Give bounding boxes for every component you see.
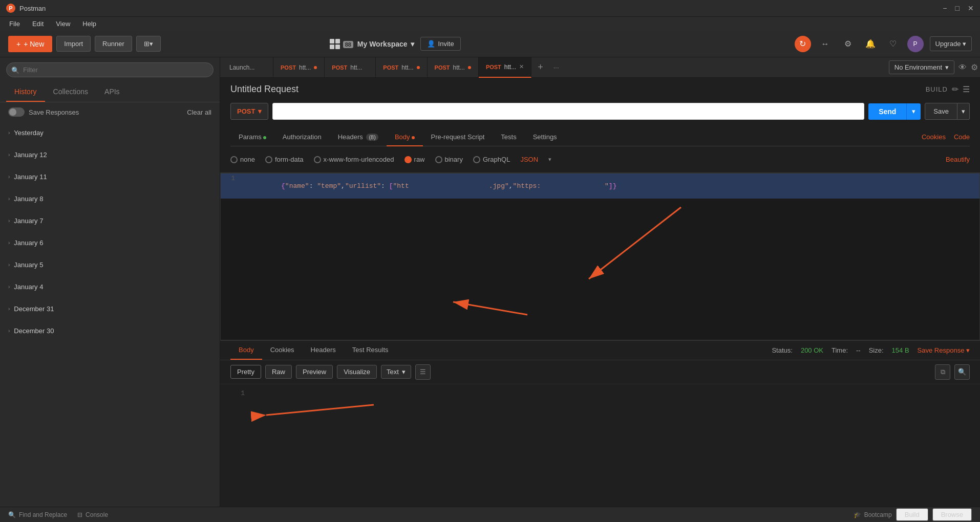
layout-button[interactable]: ⊞▾ (136, 36, 161, 52)
clear-all-button[interactable]: Clear all (187, 108, 211, 116)
search-input[interactable] (6, 62, 214, 77)
workspace-selector[interactable]: 88 My Workspace ▾ (330, 39, 414, 49)
chevron-right-icon: › (8, 130, 10, 136)
menu-view[interactable]: View (51, 19, 75, 29)
send-dropdown-button[interactable]: ▾ (906, 103, 921, 120)
tab-authorization[interactable]: Authorization (274, 128, 330, 146)
tab-settings[interactable]: Settings (525, 128, 565, 146)
body-binary-option[interactable]: binary (435, 156, 463, 163)
upgrade-button[interactable]: Upgrade ▾ (930, 36, 972, 51)
body-urlencoded-option[interactable]: x-www-form-urlencoded (314, 156, 394, 163)
bracket: ]} (609, 182, 617, 190)
eye-icon[interactable]: 👁 (958, 63, 967, 72)
menu-help[interactable]: Help (77, 19, 101, 29)
resp-tab-cookies[interactable]: Cookies (262, 340, 303, 360)
env-settings-icon[interactable]: ⚙ (971, 62, 978, 72)
tab-post-2[interactable]: POST htt... (325, 57, 376, 78)
format-selector[interactable]: Text ▾ (381, 365, 411, 379)
list-item[interactable]: › January 4 (0, 279, 220, 295)
save-responses-toggle[interactable] (8, 107, 25, 117)
tab-post-1[interactable]: POST htt... (273, 57, 325, 78)
code-editor[interactable]: 1 {"name": "temp","urllist": ["htt .jpg"… (220, 173, 980, 340)
sidebar-tab-apis[interactable]: APIs (96, 82, 128, 102)
sidebar-tab-collections[interactable]: Collections (45, 82, 96, 102)
maximize-button[interactable]: □ (955, 4, 960, 12)
tab-post-3[interactable]: POST htt... (376, 57, 427, 78)
new-button[interactable]: + + New (8, 36, 52, 52)
tab-headers[interactable]: Headers (8) (330, 128, 387, 146)
body-graphql-option[interactable]: GraphQL (473, 156, 510, 163)
list-item[interactable]: › December 31 (0, 301, 220, 317)
tab-params[interactable]: Params (230, 128, 274, 146)
raw-view-button[interactable]: Raw (265, 365, 292, 379)
resp-tab-headers[interactable]: Headers (303, 340, 344, 360)
pretty-view-button[interactable]: Pretty (230, 365, 261, 379)
copy-button[interactable]: ⧉ (935, 364, 950, 380)
menu-file[interactable]: File (4, 19, 25, 29)
menu-edit[interactable]: Edit (27, 19, 49, 29)
sidebar-tab-history[interactable]: History (6, 82, 45, 102)
json-chevron-icon[interactable]: ▾ (548, 156, 551, 163)
close-button[interactable]: ✕ (968, 4, 974, 12)
body-raw-option[interactable]: raw (404, 156, 425, 163)
list-item[interactable]: › January 7 (0, 213, 220, 229)
invite-button[interactable]: 👤 Invite (420, 37, 461, 51)
app-icon: P (6, 4, 15, 13)
tab-body[interactable]: Body (387, 128, 423, 146)
console-button[interactable]: ⊟ Console (77, 511, 108, 518)
history-icon-btn[interactable]: ↔ (817, 36, 834, 52)
url-input[interactable] (272, 103, 864, 120)
save-button[interactable]: Save (925, 103, 957, 120)
code-link[interactable]: Code (954, 133, 970, 141)
settings-button[interactable]: ⚙ (840, 36, 856, 52)
tab-post-active[interactable]: POST htt... ✕ (479, 57, 531, 78)
body-formdata-option[interactable]: form-data (265, 156, 304, 163)
json-format-label[interactable]: JSON (520, 156, 538, 163)
tab-prerequest[interactable]: Pre-request Script (423, 128, 493, 146)
close-icon[interactable]: ✕ (519, 63, 524, 70)
send-button[interactable]: Send (868, 103, 906, 120)
list-item[interactable]: › January 12 (0, 147, 220, 163)
search-response-button[interactable]: 🔍 (954, 364, 970, 380)
bootcamp-button[interactable]: 🎓 Bootcamp (854, 511, 892, 518)
build-footer-button[interactable]: Build (896, 508, 928, 521)
beautify-button[interactable]: Beautify (946, 156, 970, 163)
tab-launch[interactable]: Launch... (222, 57, 273, 78)
tab-method: POST (486, 64, 501, 70)
favorites-button[interactable]: ♡ (885, 36, 901, 52)
preview-view-button[interactable]: Preview (296, 365, 333, 379)
raw-label: raw (414, 156, 425, 163)
save-response-button[interactable]: Save Response ▾ (918, 346, 970, 354)
tab-tests[interactable]: Tests (493, 128, 524, 146)
list-item[interactable]: › January 11 (0, 169, 220, 185)
save-dropdown-button[interactable]: ▾ (957, 103, 970, 120)
wrap-lines-button[interactable]: ☰ (415, 364, 431, 380)
notifications-button[interactable]: 🔔 (862, 36, 879, 52)
list-item[interactable]: › January 8 (0, 191, 220, 207)
list-item[interactable]: › January 5 (0, 257, 220, 273)
sync-button[interactable]: ↻ (795, 36, 811, 52)
add-tab-button[interactable]: + (531, 62, 549, 73)
visualize-view-button[interactable]: Visualize (337, 365, 377, 379)
method-dropdown[interactable]: POST ▾ (230, 103, 268, 120)
response-status: Status: 200 OK Time: -- Size: 154 B Save… (772, 346, 970, 354)
body-none-option[interactable]: none (230, 156, 255, 163)
resp-tab-testresults[interactable]: Test Results (344, 340, 397, 360)
minimize-button[interactable]: − (943, 4, 947, 12)
list-item[interactable]: › January 6 (0, 235, 220, 251)
edit-icon[interactable]: ✏ (952, 84, 958, 94)
more-tabs-button[interactable]: ··· (549, 63, 563, 71)
import-button[interactable]: Import (56, 36, 91, 52)
environment-dropdown[interactable]: No Environment ▾ (889, 60, 954, 74)
cookies-link[interactable]: Cookies (922, 133, 946, 141)
find-replace-button[interactable]: 🔍 Find and Replace (8, 511, 67, 518)
tab-post-4[interactable]: POST htt... (428, 57, 479, 78)
env-selector: No Environment ▾ 👁 ⚙ (889, 60, 978, 74)
browse-footer-button[interactable]: Browse (932, 508, 972, 521)
list-item[interactable]: › December 30 (0, 323, 220, 339)
runner-button[interactable]: Runner (95, 36, 132, 52)
avatar[interactable]: P (907, 36, 924, 52)
resp-tab-body[interactable]: Body (230, 340, 262, 360)
list-item[interactable]: › Yesterday (0, 125, 220, 141)
doc-icon[interactable]: ☰ (963, 84, 970, 94)
